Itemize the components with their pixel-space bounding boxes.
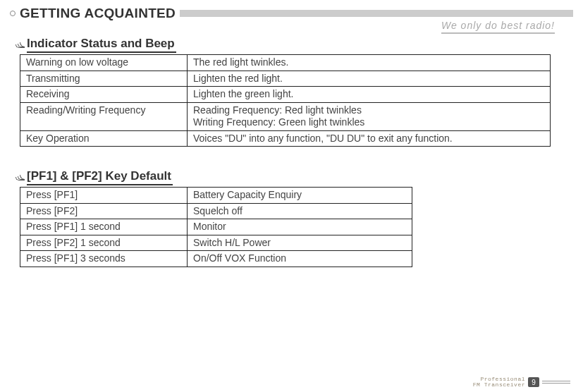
wave-icon: [14, 42, 25, 48]
section-title: [PF1] & [PF2] Key Default: [27, 169, 173, 185]
table-row: Key OperationVoices "DU" into any functi…: [20, 130, 551, 147]
footer-rule-icon: [542, 379, 570, 385]
table-row: Press [PF2]Squelch off: [20, 203, 412, 219]
wave-icon: [14, 175, 25, 180]
table-row: Warning on low voltageThe red light twin…: [20, 55, 551, 71]
page-number: 9: [528, 377, 539, 387]
section-indicator-status: Indicator Status and Beep Warning on low…: [14, 37, 569, 147]
section-pf-keys: [PF1] & [PF2] Key Default Press [PF1]Bat…: [14, 169, 569, 267]
table-row: ReceivingLighten the green light.: [20, 87, 551, 103]
page-header: GETTING ACQUAINTED: [10, 6, 573, 21]
page-title: GETTING ACQUAINTED: [20, 6, 176, 21]
table-row: Press [PF1] 3 secondsOn/Off VOX Function: [20, 251, 412, 267]
header-bullet-icon: [10, 11, 16, 16]
footer-label: Professional FM Transceiver: [473, 376, 525, 388]
table-row: TransmittingLighten the red light.: [20, 71, 551, 87]
pf-keys-table: Press [PF1]Battery Capacity Enquiry Pres…: [20, 187, 412, 267]
page-footer: Professional FM Transceiver 9: [473, 376, 570, 388]
table-row: Reading/Writing FrequencyReading Frequen…: [20, 102, 551, 130]
header-rule: [180, 10, 573, 17]
table-row: Press [PF1] 1 secondMonitor: [20, 219, 412, 235]
table-row: Press [PF2] 1 secondSwitch H/L Power: [20, 235, 412, 251]
indicator-status-table: Warning on low voltageThe red light twin…: [20, 54, 551, 147]
section-title: Indicator Status and Beep: [27, 37, 176, 53]
table-row: Press [PF1]Battery Capacity Enquiry: [20, 188, 412, 204]
tagline: We only do best radio!: [441, 20, 555, 34]
